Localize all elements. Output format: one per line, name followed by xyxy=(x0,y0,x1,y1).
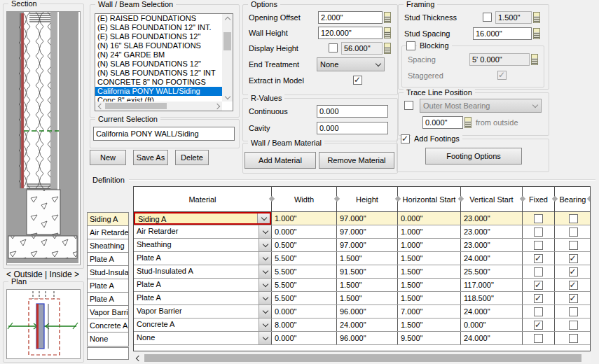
scroll-left-icon[interactable] xyxy=(95,102,104,111)
fixed-checkbox[interactable] xyxy=(534,281,543,290)
vertical-start-cell[interactable]: 117.000" xyxy=(461,279,523,291)
display-height-input[interactable] xyxy=(341,42,383,55)
material-combo[interactable]: Air Retarder xyxy=(134,225,271,238)
height-cell[interactable]: 97.000" xyxy=(337,225,398,238)
list-item[interactable]: (E) RAISED FOUNDATIONS xyxy=(95,14,222,23)
scroll-up-icon[interactable] xyxy=(222,14,233,23)
scroll-down-icon[interactable] xyxy=(222,92,233,102)
calculator-icon[interactable] xyxy=(384,27,391,38)
add-footings-checkbox[interactable] xyxy=(401,134,410,144)
continuous-input[interactable] xyxy=(317,105,388,118)
wall-height-input[interactable] xyxy=(318,27,383,39)
height-cell[interactable]: 24.000" xyxy=(337,318,398,331)
fixed-checkbox[interactable] xyxy=(534,227,543,237)
horizontal-start-cell[interactable]: 1.000" xyxy=(398,239,461,251)
horizontal-start-cell[interactable]: 1.500" xyxy=(398,279,461,291)
bearing-checkbox[interactable] xyxy=(569,334,578,343)
horizontal-start-cell[interactable]: 0.000" xyxy=(398,212,461,225)
trace-position-dropdown[interactable]: Outer Most Bearing xyxy=(420,99,542,113)
vertical-start-cell[interactable]: 24.000" xyxy=(461,252,523,265)
vertical-start-cell[interactable]: 23.000" xyxy=(461,225,523,238)
chevron-down-icon[interactable] xyxy=(259,252,271,265)
bearing-checkbox[interactable] xyxy=(569,214,578,223)
table-hscrollbar[interactable] xyxy=(133,354,591,363)
bearing-checkbox[interactable] xyxy=(569,227,578,237)
calculator-icon[interactable] xyxy=(533,28,540,39)
wall-beam-listbox[interactable]: (E) RAISED FOUNDATIONS(E) SLAB FOUNDATIO… xyxy=(95,13,233,111)
row-header[interactable]: Air Retarder xyxy=(88,226,128,239)
extract-in-model-checkbox[interactable] xyxy=(353,76,362,85)
height-cell[interactable]: 97.000" xyxy=(337,212,398,225)
vscroll-thumb[interactable] xyxy=(223,32,231,50)
fixed-checkbox[interactable] xyxy=(534,254,543,263)
horizontal-start-cell[interactable]: 7.000" xyxy=(398,305,461,318)
fixed-checkbox[interactable] xyxy=(534,294,543,303)
horizontal-start-cell[interactable]: 9.500" xyxy=(398,332,461,344)
width-cell[interactable]: 1.000" xyxy=(272,212,337,225)
stud-spacing-input[interactable] xyxy=(473,27,532,40)
chevron-down-icon[interactable] xyxy=(259,305,271,318)
row-header[interactable]: Concrete A xyxy=(88,319,128,332)
staggered-checkbox[interactable] xyxy=(497,71,507,80)
chevron-down-icon[interactable] xyxy=(259,292,271,304)
width-cell[interactable]: 5.500" xyxy=(272,265,337,278)
calculator-icon[interactable] xyxy=(531,54,538,65)
cavity-input[interactable] xyxy=(317,122,388,134)
calculator-icon[interactable] xyxy=(464,117,471,128)
remove-material-button[interactable]: Remove Material xyxy=(319,152,394,169)
material-combo[interactable]: Stud-Insulated A xyxy=(134,265,271,278)
bearing-checkbox[interactable] xyxy=(569,267,578,276)
fixed-checkbox[interactable] xyxy=(534,267,543,276)
bearing-checkbox[interactable] xyxy=(569,254,578,263)
chevron-down-icon[interactable] xyxy=(259,225,271,238)
bearing-checkbox[interactable] xyxy=(569,281,578,290)
list-item[interactable]: Conc 8" exist (ft) xyxy=(95,96,222,102)
width-cell[interactable]: 5.500" xyxy=(272,292,337,304)
calculator-icon[interactable] xyxy=(384,12,391,23)
save-as-button[interactable]: Save As xyxy=(133,150,168,165)
vertical-start-cell[interactable]: 23.000" xyxy=(461,212,523,225)
material-combo[interactable]: Sheathing xyxy=(134,239,271,251)
chevron-down-icon[interactable] xyxy=(259,318,271,331)
horizontal-start-cell[interactable]: 1.500" xyxy=(398,318,461,331)
width-cell[interactable]: 8.000" xyxy=(272,318,337,331)
height-cell[interactable]: 91.500" xyxy=(337,265,398,278)
fixed-checkbox[interactable] xyxy=(534,321,543,330)
material-combo[interactable]: Plate A xyxy=(134,292,271,304)
stud-thickness-checkbox[interactable] xyxy=(483,13,492,22)
width-cell[interactable]: 0.000" xyxy=(272,225,337,238)
height-cell[interactable]: 1.500" xyxy=(337,292,398,304)
horizontal-start-cell[interactable]: 1.500" xyxy=(398,265,461,278)
hscroll-thumb[interactable] xyxy=(105,103,167,109)
chevron-down-icon[interactable] xyxy=(259,332,271,344)
bearing-checkbox[interactable] xyxy=(569,241,578,250)
scroll-right-icon[interactable] xyxy=(213,102,222,111)
height-cell[interactable]: 96.000" xyxy=(337,305,398,318)
width-cell[interactable]: 5.500" xyxy=(272,252,337,265)
list-item[interactable]: (E) SLAB FOUNDATIONS 12" xyxy=(95,32,222,41)
horizontal-start-cell[interactable]: 1.000" xyxy=(398,225,461,238)
width-cell[interactable]: 0.000" xyxy=(272,305,337,318)
delete-button[interactable]: Delete xyxy=(175,150,209,165)
list-item[interactable]: (N) SLAB FOUNDATIONS 12" xyxy=(95,59,222,69)
stud-thickness-input[interactable] xyxy=(495,11,532,24)
height-cell[interactable]: 97.000" xyxy=(337,239,398,251)
trace-line-checkbox[interactable] xyxy=(404,101,413,110)
chevron-down-icon[interactable] xyxy=(259,279,271,291)
row-header[interactable]: Plate A xyxy=(88,253,128,266)
chevron-down-icon[interactable] xyxy=(259,239,271,251)
width-cell[interactable]: 0.500" xyxy=(272,239,337,251)
list-item[interactable]: (N) 24" GARDE BM xyxy=(95,50,222,59)
bearing-checkbox[interactable] xyxy=(569,294,578,303)
chevron-down-icon[interactable] xyxy=(259,265,271,278)
material-combo[interactable]: Concrete A xyxy=(134,318,271,331)
bearing-checkbox[interactable] xyxy=(569,307,578,316)
list-item[interactable]: California PONY WALL/Siding xyxy=(95,87,222,96)
material-combo[interactable]: None xyxy=(134,332,271,344)
opening-offset-input[interactable] xyxy=(318,11,383,24)
empty-row-header[interactable] xyxy=(87,347,129,360)
row-header[interactable]: None xyxy=(88,332,128,346)
trace-offset-input[interactable] xyxy=(422,116,463,129)
height-cell[interactable]: 1.500" xyxy=(337,279,398,291)
footing-options-button[interactable]: Footing Options xyxy=(425,148,522,164)
